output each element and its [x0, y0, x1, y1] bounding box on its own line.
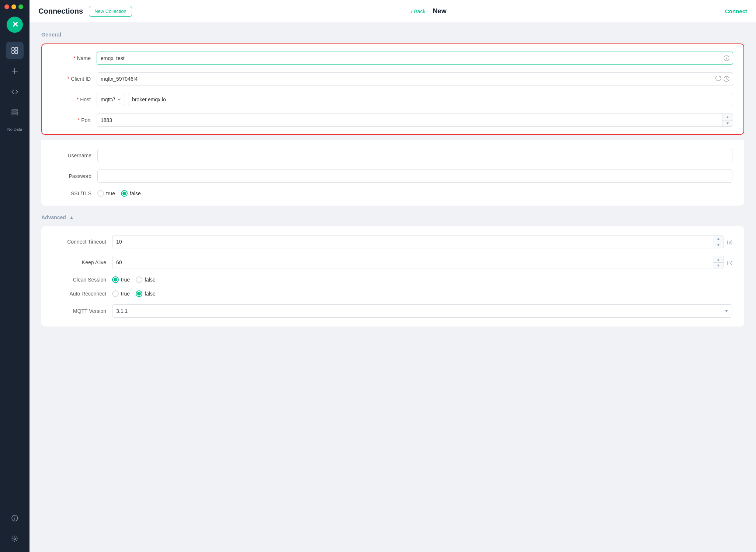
port-increment-button[interactable]: ▲ [722, 114, 733, 120]
mqtt-version-label: MQTT Version [53, 308, 112, 314]
password-label: Password [53, 173, 97, 179]
port-input[interactable] [97, 113, 722, 127]
sidebar-item-connections[interactable] [6, 42, 24, 59]
protocol-label: mqtt:// [101, 97, 115, 102]
minimize-button[interactable] [11, 4, 16, 9]
connections-title: Connections [38, 7, 83, 15]
sidebar-item-add[interactable] [6, 62, 24, 80]
clean-session-true-option[interactable]: true [112, 276, 130, 283]
sidebar-item-code[interactable] [6, 83, 24, 101]
back-label: Back [414, 8, 426, 14]
connect-timeout-spinner: ▲ ▼ [713, 235, 724, 248]
page-title: New [433, 7, 447, 15]
password-row: Password [53, 170, 732, 183]
name-row: *Name [52, 52, 733, 65]
sidebar-bottom [6, 509, 24, 548]
sidebar-item-data[interactable] [6, 104, 24, 121]
port-group: ▲ ▼ [97, 113, 733, 127]
connect-timeout-input[interactable] [112, 235, 713, 248]
ssl-tls-false-option[interactable]: false [121, 190, 141, 197]
connect-button[interactable]: Connect [725, 8, 747, 14]
name-label: *Name [52, 55, 97, 61]
connect-timeout-decrement[interactable]: ▼ [713, 242, 724, 248]
connect-timeout-increment[interactable]: ▲ [713, 235, 724, 242]
chevron-down-icon [117, 98, 121, 101]
svg-rect-8 [12, 114, 18, 115]
advanced-card: Connect Timeout ▲ ▼ (s) Keep Alive [41, 226, 744, 326]
clean-session-label: Clean Session [53, 277, 112, 283]
close-button[interactable] [4, 4, 9, 9]
auto-reconnect-true-radio[interactable] [112, 290, 119, 297]
mqtt-version-select[interactable]: 3.1.1 5.0 [112, 304, 732, 318]
clean-session-false-option[interactable]: false [136, 276, 156, 283]
port-decrement-button[interactable]: ▼ [722, 120, 733, 127]
client-id-icons [715, 76, 729, 82]
general-extra-card: Username Password SSL/TLS tr [41, 140, 744, 206]
clean-session-row: Clean Session true false [53, 276, 732, 283]
auto-reconnect-false-option[interactable]: false [136, 290, 156, 297]
sidebar-nav: No Data [6, 42, 24, 509]
host-row: *Host mqtt:// [52, 93, 733, 106]
client-id-row: *Client ID [52, 72, 733, 85]
name-required-star: * [73, 55, 75, 61]
client-id-input[interactable] [97, 72, 733, 85]
connect-timeout-unit: (s) [727, 239, 732, 245]
sidebar-item-info[interactable] [6, 509, 24, 527]
advanced-section-header[interactable]: Advanced ▲ [41, 214, 744, 220]
username-label: Username [53, 153, 97, 158]
port-spinner: ▲ ▼ [722, 113, 733, 127]
client-id-input-wrapper [97, 72, 733, 85]
auto-reconnect-radio-group: true false [112, 290, 156, 297]
sidebar-item-settings[interactable] [6, 530, 24, 548]
host-input[interactable] [128, 93, 733, 106]
host-group: mqtt:// [97, 93, 733, 106]
app-logo: ✕ [7, 17, 23, 33]
window-controls [0, 4, 23, 9]
username-row: Username [53, 149, 732, 162]
keep-alive-decrement[interactable]: ▼ [713, 263, 724, 269]
host-label: *Host [52, 97, 97, 102]
ssl-tls-row: SSL/TLS true false [53, 190, 732, 197]
ssl-tls-true-option[interactable]: true [97, 190, 115, 197]
refresh-icon[interactable] [715, 76, 721, 82]
ssl-tls-true-radio[interactable] [97, 190, 104, 197]
back-link[interactable]: ‹ Back [410, 8, 425, 15]
password-input[interactable] [97, 170, 732, 183]
clean-session-true-radio[interactable] [112, 276, 119, 283]
connect-timeout-row: Connect Timeout ▲ ▼ (s) [53, 235, 732, 248]
keep-alive-increment[interactable]: ▲ [713, 256, 724, 262]
auto-reconnect-false-radio[interactable] [136, 290, 142, 297]
keep-alive-group: ▲ ▼ [112, 256, 724, 269]
ssl-tls-false-radio[interactable] [121, 190, 128, 197]
clean-session-radio-group: true false [112, 276, 156, 283]
auto-reconnect-true-option[interactable]: true [112, 290, 130, 297]
name-input[interactable] [97, 52, 733, 65]
keep-alive-input[interactable] [112, 256, 713, 269]
clean-session-false-radio[interactable] [136, 276, 142, 283]
port-row: *Port ▲ ▼ [52, 113, 733, 127]
host-protocol-dropdown[interactable]: mqtt:// [97, 93, 125, 106]
svg-rect-0 [12, 48, 14, 50]
auto-reconnect-label: Auto Reconnect [53, 291, 112, 297]
svg-point-12 [14, 538, 16, 540]
connect-timeout-group: ▲ ▼ [112, 235, 724, 248]
header-left: Connections New Collection [38, 6, 132, 17]
sidebar: ✕ [0, 0, 30, 552]
maximize-button[interactable] [18, 4, 23, 9]
clock-icon[interactable] [724, 76, 729, 82]
mqtt-version-group: 3.1.1 5.0 ▼ [112, 304, 732, 318]
keep-alive-label: Keep Alive [53, 259, 112, 265]
ssl-tls-label: SSL/TLS [53, 191, 97, 196]
new-collection-button[interactable]: New Collection [89, 6, 132, 17]
svg-rect-2 [12, 51, 14, 53]
general-section-title: General [41, 32, 744, 38]
advanced-section-title: Advanced [41, 214, 66, 220]
general-card: *Name *Client ID [41, 43, 744, 135]
username-input[interactable] [97, 149, 732, 162]
back-chevron-icon: ‹ [410, 8, 412, 15]
info-icon [724, 55, 729, 61]
svg-rect-3 [15, 51, 18, 53]
ssl-tls-radio-group: true false [97, 190, 141, 197]
client-id-label: *Client ID [52, 76, 97, 82]
content-area: General *Name [30, 23, 756, 552]
